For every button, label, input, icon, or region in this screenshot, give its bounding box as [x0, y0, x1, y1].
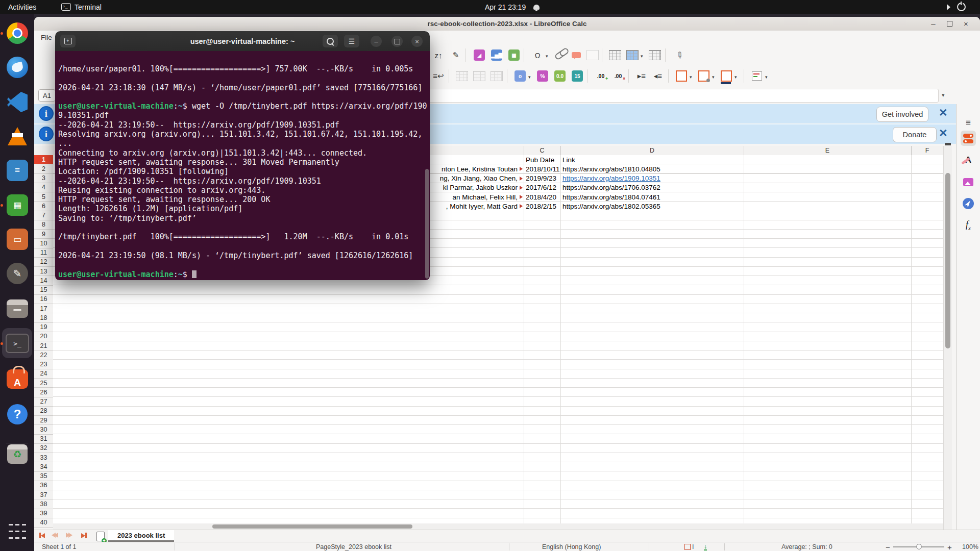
split-window-icon[interactable] — [648, 48, 662, 62]
dock-item-libreoffice-impress[interactable]: ▭ — [5, 227, 30, 252]
row-header-26[interactable]: 26 — [34, 388, 53, 397]
row-header-23[interactable]: 23 — [34, 360, 53, 369]
terminal-close-button[interactable]: × — [411, 36, 423, 47]
add-decimal-icon[interactable]: .00+ — [594, 69, 608, 83]
row-header-33[interactable]: 33 — [34, 453, 53, 462]
name-box[interactable]: A1 — [38, 89, 56, 102]
row-header-27[interactable]: 27 — [34, 397, 53, 407]
zoom-in-icon[interactable]: + — [947, 542, 952, 551]
menu-file[interactable]: File — [41, 34, 52, 41]
hyperlink-icon[interactable] — [553, 48, 567, 62]
styles-deck-icon[interactable]: A — [961, 153, 976, 168]
dock-app-grid-button[interactable] — [5, 519, 30, 544]
dropdown-arrow-icon[interactable]: ▾ — [528, 74, 531, 80]
calc-close-button[interactable]: × — [961, 19, 971, 29]
row-header-9[interactable]: 9 — [34, 230, 53, 239]
zoom-percent[interactable]: 100% — [962, 542, 978, 551]
row-header-12[interactable]: 12 — [34, 258, 53, 267]
infobar-close-icon[interactable]: ✕ — [939, 127, 948, 139]
print-area-icon[interactable] — [608, 48, 622, 62]
activities-button[interactable]: Activities — [8, 0, 36, 14]
wrap-text-icon[interactable]: ≡↩ — [431, 69, 446, 83]
terminal-output[interactable]: /home/user/paper01. 100%[===============… — [55, 51, 430, 280]
merge-cells-icon[interactable] — [455, 69, 469, 83]
terminal-scrollbar[interactable] — [425, 169, 429, 279]
dock-item-libreoffice-writer[interactable]: ≡ — [5, 158, 30, 183]
row-header-5[interactable]: 5 — [34, 192, 53, 202]
row-header-2[interactable]: 2 — [34, 164, 53, 173]
decrease-indent-icon[interactable]: ◂≡ — [651, 69, 665, 83]
column-header-F[interactable]: F — [911, 146, 943, 155]
dock-item-libreoffice-calc[interactable]: ▦ — [5, 193, 30, 217]
borders-icon[interactable] — [674, 69, 689, 83]
clock-button[interactable]: Apr 21 23:19 — [485, 0, 540, 14]
increase-indent-icon[interactable]: ▸≡ — [634, 69, 649, 83]
split-handle[interactable] — [945, 143, 951, 145]
zoom-out-icon[interactable]: − — [886, 542, 890, 551]
horizontal-scrollbar[interactable] — [53, 523, 943, 530]
cell-d-row4[interactable]: https://arxiv.org/abs/1706.03762 — [562, 183, 660, 192]
row-header-39[interactable]: 39 — [34, 509, 53, 518]
row-header-19[interactable]: 19 — [34, 323, 53, 332]
dock-item-thunderbird[interactable] — [5, 55, 30, 80]
cell-d-hyperlink-row3[interactable]: https://arxiv.org/abs/1909.10351 — [562, 174, 660, 183]
dock-item-help[interactable]: ? — [5, 402, 30, 427]
row-header-6[interactable]: 6 — [34, 202, 53, 211]
row-header-21[interactable]: 21 — [34, 341, 53, 350]
row-header-22[interactable]: 22 — [34, 350, 53, 360]
row-header-17[interactable]: 17 — [34, 304, 53, 313]
unmerge-cells-icon[interactable] — [489, 69, 504, 83]
row-header-14[interactable]: 14 — [34, 276, 53, 285]
dock-item-trash[interactable]: ♻ — [5, 442, 30, 466]
row-header-25[interactable]: 25 — [34, 379, 53, 388]
row-header-15[interactable]: 15 — [34, 286, 53, 295]
dock-item-files[interactable] — [5, 296, 30, 321]
cell-c-row4[interactable]: 2017/6/12 — [526, 183, 556, 192]
average-sum-status[interactable]: Average: ; Sum: 0 — [781, 542, 832, 551]
last-sheet-icon[interactable] — [81, 533, 87, 538]
draw-functions-icon[interactable]: ✎ — [672, 48, 687, 62]
navigator-deck-icon[interactable] — [961, 196, 976, 211]
selection-mode-icon[interactable]: Ι — [684, 542, 694, 551]
dropdown-arrow-icon[interactable]: ▾ — [546, 54, 548, 59]
dropdown-arrow-icon[interactable]: ▾ — [765, 74, 768, 80]
calc-maximize-button[interactable] — [945, 19, 954, 29]
horizontal-scroll-thumb[interactable] — [212, 524, 412, 529]
row-header-32[interactable]: 32 — [34, 444, 53, 453]
row-header-40[interactable]: 40 — [34, 518, 53, 528]
cell-b-overflow-row6[interactable]: , Mohit Iyyer, Matt Gard — [430, 202, 524, 211]
dock-item-vscode[interactable] — [5, 90, 30, 114]
special-character-icon[interactable]: Ω — [530, 48, 545, 62]
freeze-panes-icon[interactable] — [625, 48, 640, 62]
calc-titlebar[interactable]: rsc-ebook-collection-2023.xlsx - LibreOf… — [34, 17, 980, 31]
row-header-13[interactable]: 13 — [34, 267, 53, 276]
row-header-3[interactable]: 3 — [34, 174, 53, 183]
cell-c-row6[interactable]: 2018/2/15 — [526, 202, 556, 211]
cell-d-row2[interactable]: https://arxiv.org/abs/1810.04805 — [562, 164, 660, 173]
cell-d-row6[interactable]: https://arxiv.org/abs/1802.05365 — [562, 202, 660, 211]
focused-app-menu[interactable]: ›_ Terminal — [61, 0, 102, 14]
column-header-D[interactable]: D — [560, 146, 744, 155]
delete-decimal-icon[interactable]: .00× — [611, 69, 625, 83]
row-header-11[interactable]: 11 — [34, 248, 53, 258]
conditional-formatting-icon[interactable] — [750, 69, 764, 83]
row-header-16[interactable]: 16 — [34, 295, 53, 304]
row-header-36[interactable]: 36 — [34, 481, 53, 490]
row-header-18[interactable]: 18 — [34, 313, 53, 322]
document-modified-icon[interactable]: ↓ — [704, 542, 707, 551]
next-sheet-icon[interactable] — [66, 533, 72, 538]
comment-icon[interactable] — [569, 48, 583, 62]
sort-icon[interactable]: z↑ — [431, 48, 446, 62]
cell-c-row3[interactable]: 2019/9/23 — [526, 174, 556, 183]
cell-b-overflow-row2[interactable]: nton Lee, Kristina Toutan — [430, 164, 524, 173]
cell-b-overflow-row5[interactable]: an Michael, Felix Hill, — [430, 192, 524, 202]
row-header-1[interactable]: 1 — [34, 155, 53, 164]
row-header-31[interactable]: 31 — [34, 435, 53, 444]
cell-d-row1[interactable]: Link — [562, 155, 575, 164]
insert-chart-icon[interactable]: ▂▅▇ — [489, 48, 504, 62]
insert-image-icon[interactable]: ◢ — [472, 48, 486, 62]
row-header-7[interactable]: 7 — [34, 211, 53, 220]
dropdown-arrow-icon[interactable]: ▾ — [734, 74, 737, 80]
dock-item-terminal[interactable]: >_ — [5, 331, 30, 356]
currency-format-icon[interactable]: o — [513, 69, 527, 83]
